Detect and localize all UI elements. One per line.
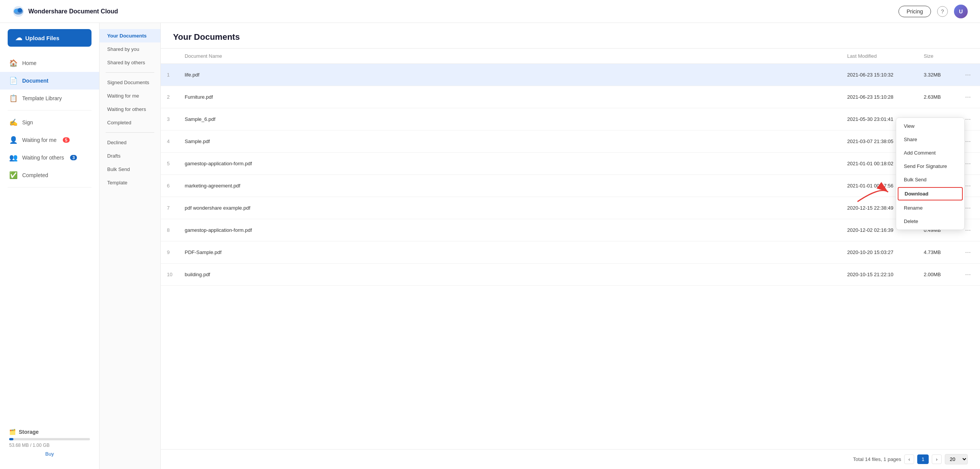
row-filename: Furniture.pdf bbox=[178, 86, 841, 108]
buy-button[interactable]: Buy bbox=[9, 451, 90, 457]
layout: ☁ Upload Files 🏠 Home 📄 Document 📋 Templ… bbox=[0, 23, 980, 469]
svg-point-3 bbox=[18, 8, 22, 13]
waiting-others-icon: 👥 bbox=[9, 153, 18, 162]
sub-nav-template[interactable]: Template bbox=[100, 176, 160, 189]
more-options-button[interactable]: ··· bbox=[962, 69, 974, 80]
per-page-select[interactable]: 20 50 100 bbox=[945, 454, 968, 464]
document-icon: 📄 bbox=[9, 77, 18, 85]
row-filename: life.pdf bbox=[178, 64, 841, 86]
row-actions: ··· bbox=[956, 64, 980, 86]
upload-button[interactable]: ☁ Upload Files bbox=[8, 29, 91, 47]
context-menu-download[interactable]: Download bbox=[898, 187, 963, 200]
header-right: Pricing ? U bbox=[898, 5, 968, 18]
table-row: 3 Sample_6.pdf 2021-05-30 23:01:41 33.39… bbox=[161, 108, 980, 130]
context-menu-rename[interactable]: Rename bbox=[896, 201, 964, 215]
table-row: 4 Sample.pdf 2021-03-07 21:38:05 0.02MB … bbox=[161, 130, 980, 153]
storage-title: 🗂️ Storage bbox=[9, 429, 90, 435]
context-menu-send-for-signature[interactable]: Send For Signature bbox=[896, 160, 964, 173]
home-icon: 🏠 bbox=[9, 59, 18, 67]
row-modified: 2020-10-15 21:22:10 bbox=[841, 264, 918, 286]
main-content: Your Documents Document Name Last Modifi… bbox=[161, 23, 980, 469]
more-options-button[interactable]: ··· bbox=[962, 247, 974, 258]
row-num: 9 bbox=[161, 241, 178, 264]
sidebar-item-sign[interactable]: ✍️ Sign bbox=[0, 114, 99, 131]
sub-nav-signed-documents[interactable]: Signed Documents bbox=[100, 76, 160, 89]
row-num: 3 bbox=[161, 108, 178, 130]
current-page-button[interactable]: 1 bbox=[917, 454, 928, 464]
storage-icon: 🗂️ bbox=[9, 429, 16, 435]
page-title: Your Documents bbox=[173, 32, 968, 42]
sub-nav-completed[interactable]: Completed bbox=[100, 116, 160, 129]
table-header-row: Document Name Last Modified Size bbox=[161, 49, 980, 64]
waiting-me-icon: 👤 bbox=[9, 136, 18, 144]
row-size: 2.63MB bbox=[918, 86, 956, 108]
sub-nav-drafts[interactable]: Drafts bbox=[100, 149, 160, 163]
waiting-me-badge: 5 bbox=[63, 137, 70, 143]
sidebar-divider-2 bbox=[8, 187, 91, 187]
col-header-actions bbox=[956, 49, 980, 64]
row-modified: 2021-06-23 15:10:28 bbox=[841, 86, 918, 108]
sidebar-item-label: Home bbox=[22, 60, 36, 66]
context-menu-delete[interactable]: Delete bbox=[896, 215, 964, 228]
table-row: 5 gamestop-application-form.pdf 2021-01-… bbox=[161, 153, 980, 175]
storage-usage-text: 53.68 MB / 1.00 GB bbox=[9, 443, 90, 448]
row-num: 6 bbox=[161, 175, 178, 197]
upload-label: Upload Files bbox=[25, 35, 59, 41]
sidebar-item-waiting-for-me[interactable]: 👤 Waiting for me 5 bbox=[0, 131, 99, 149]
sub-nav-bulk-send[interactable]: Bulk Send bbox=[100, 163, 160, 176]
table-row: 8 gamestop-application-form.pdf 2020-12-… bbox=[161, 219, 980, 241]
sidebar-item-label: Completed bbox=[22, 172, 48, 178]
row-actions: ··· bbox=[956, 264, 980, 286]
content-header: Your Documents bbox=[161, 23, 980, 49]
more-options-button[interactable]: ··· bbox=[962, 269, 974, 280]
sidebar-item-home[interactable]: 🏠 Home bbox=[0, 54, 99, 72]
row-size: 4.73MB bbox=[918, 241, 956, 264]
header-left: Wondershare Document Cloud bbox=[12, 5, 118, 18]
storage-section: 🗂️ Storage 53.68 MB / 1.00 GB Buy bbox=[0, 423, 99, 463]
context-menu-share[interactable]: Share bbox=[896, 133, 964, 146]
next-page-button[interactable]: › bbox=[932, 454, 942, 464]
sidebar-item-document[interactable]: 📄 Document bbox=[0, 72, 99, 90]
more-options-button[interactable]: ··· bbox=[962, 91, 974, 103]
prev-page-button[interactable]: ‹ bbox=[904, 454, 914, 464]
table-row: 9 PDF-Sample.pdf 2020-10-20 15:03:27 4.7… bbox=[161, 241, 980, 264]
row-num: 8 bbox=[161, 219, 178, 241]
sub-nav-waiting-for-me[interactable]: Waiting for me bbox=[100, 89, 160, 103]
context-menu-bulk-send[interactable]: Bulk Send bbox=[896, 173, 964, 186]
row-num: 7 bbox=[161, 197, 178, 219]
total-files-label: Total 14 files, 1 pages bbox=[853, 456, 901, 462]
row-size: 3.32MB bbox=[918, 64, 956, 86]
sidebar-item-template-library[interactable]: 📋 Template Library bbox=[0, 90, 99, 107]
documents-table-container[interactable]: Document Name Last Modified Size 1 life.… bbox=[161, 49, 980, 449]
row-filename: pdf wondershare example.pdf bbox=[178, 197, 841, 219]
table-row: 7 pdf wondershare example.pdf 2020-12-15… bbox=[161, 197, 980, 219]
table-row: 10 building.pdf 2020-10-15 21:22:10 2.00… bbox=[161, 264, 980, 286]
sidebar-item-label: Document bbox=[22, 78, 48, 84]
sub-nav-declined[interactable]: Declined bbox=[100, 136, 160, 149]
help-button[interactable]: ? bbox=[937, 6, 948, 17]
context-menu-add-comment[interactable]: Add Comment bbox=[896, 146, 964, 160]
sub-nav-shared-by-you[interactable]: Shared by you bbox=[100, 42, 160, 56]
sign-icon: ✍️ bbox=[9, 118, 18, 127]
pricing-button[interactable]: Pricing bbox=[898, 6, 931, 17]
storage-bar-background bbox=[9, 438, 90, 440]
row-num: 2 bbox=[161, 86, 178, 108]
row-num: 1 bbox=[161, 64, 178, 86]
documents-table: Document Name Last Modified Size 1 life.… bbox=[161, 49, 980, 286]
table-footer: Total 14 files, 1 pages ‹ 1 › 20 50 100 bbox=[161, 449, 980, 469]
row-actions: ··· bbox=[956, 241, 980, 264]
table-row: 1 life.pdf 2021-06-23 15:10:32 3.32MB ··… bbox=[161, 64, 980, 86]
row-modified: 2021-06-23 15:10:32 bbox=[841, 64, 918, 86]
waiting-others-badge: 3 bbox=[70, 155, 77, 160]
sidebar-item-completed[interactable]: ✅ Completed bbox=[0, 166, 99, 184]
sidebar-item-waiting-for-others[interactable]: 👥 Waiting for others 3 bbox=[0, 149, 99, 166]
row-filename: gamestop-application-form.pdf bbox=[178, 153, 841, 175]
sub-nav-waiting-for-others[interactable]: Waiting for others bbox=[100, 103, 160, 116]
row-modified: 2020-10-20 15:03:27 bbox=[841, 241, 918, 264]
sub-nav-your-documents[interactable]: Your Documents bbox=[100, 29, 160, 42]
row-filename: PDF-Sample.pdf bbox=[178, 241, 841, 264]
avatar[interactable]: U bbox=[954, 5, 968, 18]
sub-nav-shared-by-others[interactable]: Shared by others bbox=[100, 56, 160, 69]
context-menu-view[interactable]: View bbox=[896, 119, 964, 133]
row-filename: building.pdf bbox=[178, 264, 841, 286]
